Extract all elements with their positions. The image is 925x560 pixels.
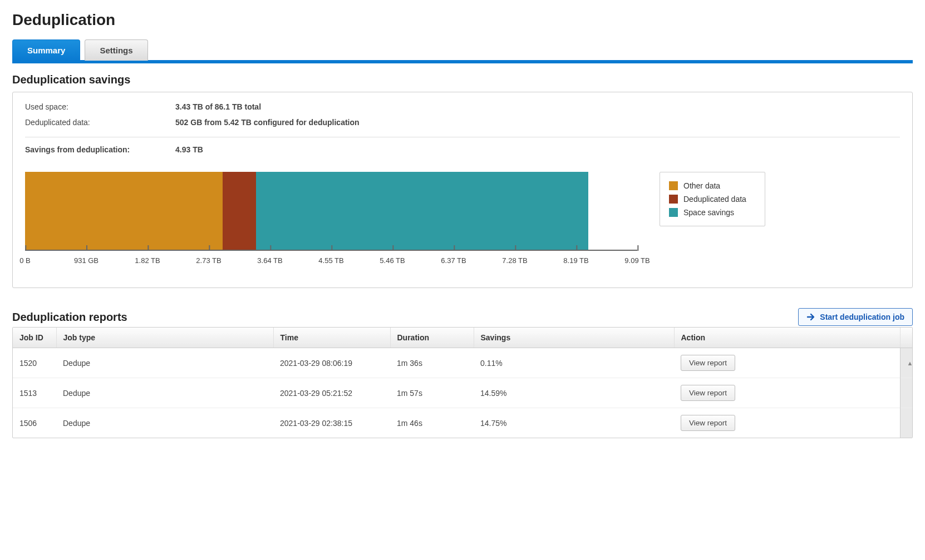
cell-job-type: Dedupe xyxy=(56,408,273,438)
cell-action: View report xyxy=(674,408,900,438)
cell-duration: 1m 57s xyxy=(390,378,474,408)
used-space-value: 3.43 TB of 86.1 TB total xyxy=(175,102,900,111)
table-row: 1506Dedupe2021-03-29 02:38:151m 46s14.75… xyxy=(13,408,912,438)
view-report-button[interactable]: View report xyxy=(681,385,735,401)
reports-table: Job ID Job type Time Duration Savings Ac… xyxy=(13,328,912,438)
savings-from-dedup-value: 4.93 TB xyxy=(175,145,900,154)
chart-segment-dedup xyxy=(223,172,257,250)
cell-time: 2021-03-29 02:38:15 xyxy=(273,408,390,438)
chart-segment-savings xyxy=(256,172,588,250)
savings-legend: Other data Deduplicated data Space savin… xyxy=(660,172,765,226)
legend-label-other: Other data xyxy=(683,181,720,190)
cell-time: 2021-03-29 08:06:19 xyxy=(273,348,390,378)
cell-job-id: 1520 xyxy=(13,348,56,378)
start-dedup-job-button[interactable]: Start deduplication job xyxy=(798,308,913,326)
table-scrollbar-track[interactable] xyxy=(900,408,912,438)
legend-swatch-other xyxy=(669,181,678,190)
savings-chart: 0 B931 GB1.82 TB2.73 TB3.64 TB4.55 TB5.4… xyxy=(25,172,637,273)
col-duration[interactable]: Duration xyxy=(390,328,474,348)
axis-tick: 1.82 TB xyxy=(135,251,160,265)
cell-savings: 14.59% xyxy=(474,378,674,408)
axis-tick: 9.09 TB xyxy=(624,251,650,265)
tab-settings[interactable]: Settings xyxy=(85,39,147,61)
cell-action: View report xyxy=(674,348,900,378)
arrow-right-icon xyxy=(806,313,815,321)
legend-item-dedup: Deduplicated data xyxy=(669,192,756,206)
cell-time: 2021-03-29 05:21:52 xyxy=(273,378,390,408)
axis-tick: 7.28 TB xyxy=(502,251,527,265)
table-row: 1520Dedupe2021-03-29 08:06:191m 36s0.11%… xyxy=(13,348,912,378)
table-scrollbar-track[interactable]: ▲ xyxy=(900,348,912,378)
axis-tick: 0 B xyxy=(19,251,31,265)
table-scrollbar-track[interactable] xyxy=(900,378,912,408)
axis-tick: 931 GB xyxy=(74,251,99,265)
cell-job-id: 1513 xyxy=(13,378,56,408)
reports-table-wrap: Job ID Job type Time Duration Savings Ac… xyxy=(12,327,913,438)
cell-action: View report xyxy=(674,378,900,408)
axis-tick: 4.55 TB xyxy=(318,251,343,265)
used-space-label: Used space: xyxy=(25,102,175,111)
cell-savings: 14.75% xyxy=(474,408,674,438)
legend-swatch-dedup xyxy=(669,195,678,204)
legend-item-other: Other data xyxy=(669,179,756,192)
axis-tick: 6.37 TB xyxy=(441,251,466,265)
col-time[interactable]: Time xyxy=(273,328,390,348)
savings-heading: Deduplication savings xyxy=(12,73,913,86)
cell-job-type: Dedupe xyxy=(56,378,273,408)
savings-chart-row: 0 B931 GB1.82 TB2.73 TB3.64 TB4.55 TB5.4… xyxy=(25,172,900,273)
col-job-type[interactable]: Job type xyxy=(56,328,273,348)
dedup-data-value: 502 GB from 5.42 TB configured for dedup… xyxy=(175,118,900,127)
savings-divider xyxy=(25,137,900,137)
cell-job-id: 1506 xyxy=(13,408,56,438)
cell-duration: 1m 36s xyxy=(390,348,474,378)
axis-tick: 5.46 TB xyxy=(380,251,405,265)
savings-panel: Used space: 3.43 TB of 86.1 TB total Ded… xyxy=(12,92,913,288)
reports-heading: Deduplication reports xyxy=(12,311,127,324)
cell-duration: 1m 46s xyxy=(390,408,474,438)
axis-tick: 2.73 TB xyxy=(196,251,221,265)
col-action: Action xyxy=(674,328,900,348)
start-dedup-job-label: Start deduplication job xyxy=(820,313,904,321)
view-report-button[interactable]: View report xyxy=(681,355,735,371)
col-savings[interactable]: Savings xyxy=(474,328,674,348)
axis-tick: 8.19 TB xyxy=(563,251,588,265)
savings-from-dedup-label: Savings from deduplication: xyxy=(25,145,175,154)
chart-segment-other xyxy=(25,172,223,250)
tab-summary[interactable]: Summary xyxy=(12,39,80,61)
savings-chart-axis: 0 B931 GB1.82 TB2.73 TB3.64 TB4.55 TB5.4… xyxy=(25,250,637,273)
cell-savings: 0.11% xyxy=(474,348,674,378)
col-job-id[interactable]: Job ID xyxy=(13,328,56,348)
view-report-button[interactable]: View report xyxy=(681,415,735,431)
dedup-data-label: Deduplicated data: xyxy=(25,118,175,127)
legend-label-dedup: Deduplicated data xyxy=(683,195,746,204)
legend-swatch-savings xyxy=(669,208,678,217)
page-title: Deduplication xyxy=(12,11,913,29)
axis-tick: 3.64 TB xyxy=(257,251,282,265)
cell-job-type: Dedupe xyxy=(56,348,273,378)
legend-label-savings: Space savings xyxy=(683,208,734,217)
table-scrollbar-head xyxy=(900,328,912,348)
tabstrip: Summary Settings xyxy=(12,39,913,63)
legend-item-savings: Space savings xyxy=(669,206,756,219)
table-row: 1513Dedupe2021-03-29 05:21:521m 57s14.59… xyxy=(13,378,912,408)
